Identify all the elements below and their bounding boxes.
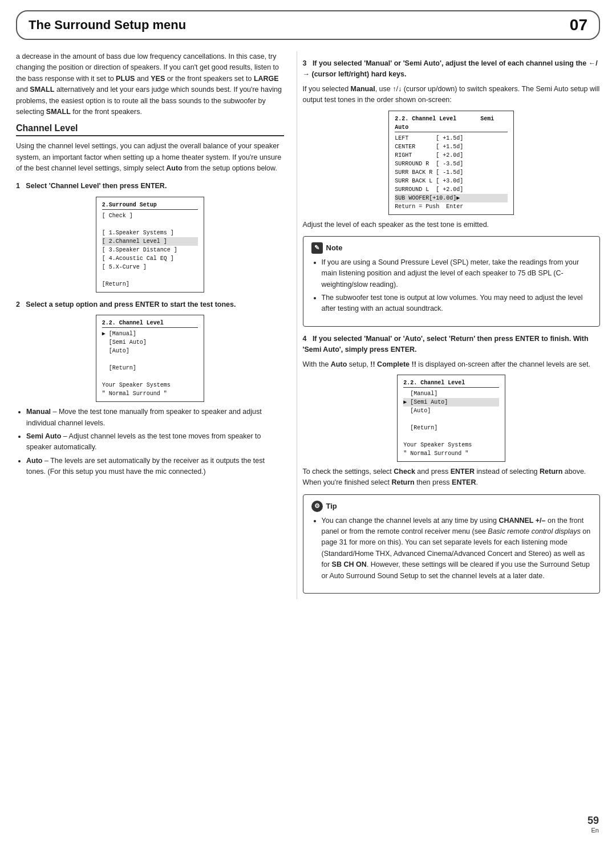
screen4-title: 2.2. Channel Level [403,379,499,388]
screen4-speaker-sys: Your Speaker Systems [403,441,499,449]
screen4-manual: [Manual] [403,389,499,398]
screen2-semi: [Semi Auto] [102,338,198,347]
tip-bullet-channel: You can change the channel levels at any… [322,515,591,582]
screen4-semi: ▶ [Semi Auto] [403,398,499,407]
footer-lang: En [587,827,599,834]
page-header: The Surround Setup menu 07 [16,10,600,40]
screen3-surr-r: SURROUND R [ -3.5d] [395,160,508,168]
mode-bullet-list: Manual – Move the test tone manually fro… [16,407,284,477]
screen-mockup-4: 2.2. Channel Level [Manual] ▶ [Semi Auto… [397,375,505,462]
channel-level-heading: Channel Level [16,123,284,136]
bullet-auto: Auto – The levels are set automatically … [26,456,284,478]
step1-label: 1 Select 'Channel Level' then press ENTE… [16,181,284,192]
screen4-return: [Return] [403,424,499,432]
screen3-title: 2.2. Channel Level Semi Auto [395,115,508,132]
screen1-line-acoustic: [ 4.Acoustic Cal EQ ] [102,254,198,263]
tip-bullet-list: You can change the channel levels at any… [311,515,591,582]
screen1-return: [Return] [102,280,198,289]
bullet-manual: Manual – Move the test tone manually fro… [26,407,284,429]
after-screen4: To check the settings, select Check and … [303,466,600,489]
screen1-line-speaker: [ 1.Speaker Systems ] [102,229,198,237]
bold-plus: PLUS [116,75,135,83]
screen2-manual: ▶ [Manual] [102,330,198,338]
after-screen3: Adjust the level of each speaker as the … [303,220,600,230]
screen3-surr-back-r: SURR BACK R [ -1.5d] [395,168,508,177]
bold-small: SMALL [30,86,54,94]
screen2-speaker-sys: Your Speaker Systems [102,381,198,389]
bullet-semi-auto: Semi Auto – Adjust channel levels as the… [26,431,284,453]
screen1-line-distance: [ 3.Speaker Distance ] [102,246,198,254]
screen1-line-channel: [ 2.Channel Level ] [102,237,198,246]
bold-auto: Auto [166,164,182,172]
screen2-normal: " Normal Surround " [102,389,198,398]
bold-yes: YES [151,75,165,83]
right-column: 3 If you selected 'Manual' or 'Semi Auto… [297,51,600,599]
step4-label: 4 If you selected 'Manual' or 'Auto', se… [303,334,600,356]
screen4-blank [403,415,499,424]
step3-label: 3 If you selected 'Manual' or 'Semi Auto… [303,58,600,80]
screen3-sub: SUB WOOFER[+10.0d]▶ [395,194,508,202]
step2-label: 2 Select a setup option and press ENTER … [16,299,284,310]
content-area: a decrease in the amount of bass due low… [0,40,616,611]
tip-label: Tip [326,502,337,510]
intro-paragraph: a decrease in the amount of bass due low… [16,51,284,117]
screen2-return: [Return] [102,364,198,372]
screen2-title: 2.2. Channel Level [102,319,198,328]
left-column: a decrease in the amount of bass due low… [16,51,297,599]
bold-large: LARGE [254,75,279,83]
bold-small2: SMALL [46,108,71,116]
page-title: The Surround Setup menu [29,18,186,32]
screen1-line-check: [ Check ] [102,212,198,220]
screen3-center: CENTER [ +1.5d] [395,143,508,151]
channel-level-text: Using the channel level settings, you ca… [16,141,284,174]
screen4-normal: " Normal Surround " [403,449,499,458]
note-icon: ✎ [311,242,323,254]
note-label: Note [326,243,343,252]
note-bullet-spl: If you are using a Sound Pressure Level … [322,257,591,290]
screen1-selected: [ 2.Channel Level ] [102,238,167,245]
page-footer: 59 En [587,815,599,834]
screen-mockup-1: 2.Surround Setup [ Check ] [ 1.Speaker S… [96,197,204,292]
note-bullet-subwoofer: The subwoofer test tone is output at low… [322,292,591,315]
screen1-blank1 [102,220,198,229]
screen-mockup-3: 2.2. Channel Level Semi Auto LEFT [ +1.5… [388,111,514,215]
step3-text: If you selected Manual, use ↑/↓ (cursor … [303,84,600,106]
step4-text: With the Auto setup, !! Complete !! is d… [303,359,600,370]
screen3-surr-l: SURROUND L [ +2.0d] [395,185,508,194]
screen1-blank2 [102,271,198,280]
screen3-return: Return = Push Enter [395,202,508,211]
screen2-auto: [Auto] [102,347,198,355]
note-box: ✎ Note If you are using a Sound Pressure… [303,236,600,327]
screen4-blank2 [403,432,499,441]
screen4-auto: [Auto] [403,407,499,415]
screen1-title: 2.Surround Setup [102,201,198,210]
screen3-surr-back-l: SURR BACK L [ +3.0d] [395,177,508,185]
screen2-blank [102,355,198,364]
screen2-blank2 [102,372,198,381]
tip-icon: ⚙ [311,501,323,512]
page-number: 07 [570,16,587,34]
screen-mockup-2: 2.2. Channel Level ▶ [Manual] [Semi Auto… [96,315,204,402]
tip-header: ⚙ Tip [311,501,591,512]
screen3-left: LEFT [ +1.5d] [395,134,508,143]
screen3-right: RIGHT [ +2.0d] [395,151,508,160]
screen1-line-xcurve: [ 5.X-Curve ] [102,263,198,271]
note-header: ✎ Note [311,242,591,254]
tip-box: ⚙ Tip You can change the channel levels … [303,494,600,594]
note-bullet-list: If you are using a Sound Pressure Level … [311,257,591,315]
footer-page-num: 59 [587,815,599,826]
